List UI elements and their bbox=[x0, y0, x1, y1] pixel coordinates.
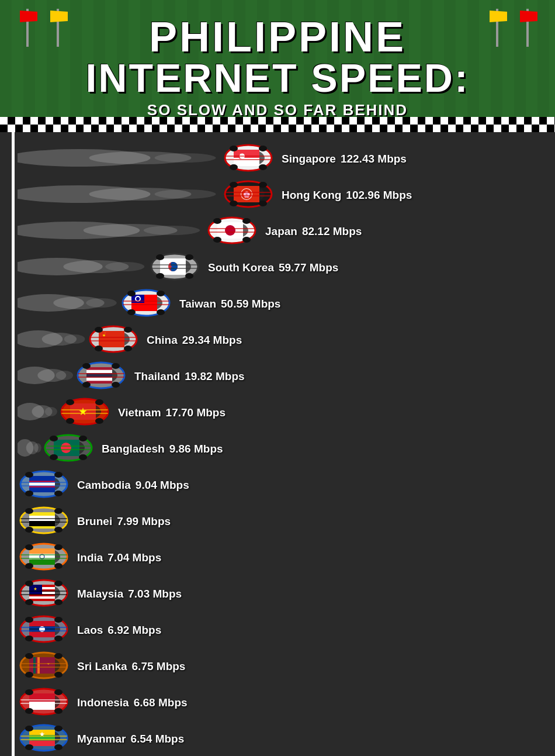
car-cambodia bbox=[18, 469, 70, 502]
svg-point-173 bbox=[25, 599, 33, 605]
country-speed-laos: 6.92 Mbps bbox=[107, 624, 161, 637]
country-name-china: China bbox=[147, 334, 178, 347]
svg-point-40 bbox=[213, 218, 221, 224]
svg-rect-77 bbox=[99, 331, 124, 347]
svg-point-29 bbox=[230, 201, 238, 206]
country-info-taiwan: Taiwan50.59 Mbps bbox=[179, 298, 280, 310]
svg-point-209 bbox=[54, 708, 63, 714]
car-vietnam bbox=[58, 396, 111, 429]
svg-rect-156 bbox=[20, 558, 67, 559]
track-white-line bbox=[12, 132, 15, 756]
svg-point-112 bbox=[66, 418, 74, 424]
svg-rect-170 bbox=[20, 594, 67, 595]
car-srilanka bbox=[18, 650, 70, 683]
svg-rect-121 bbox=[45, 446, 92, 447]
svg-point-196 bbox=[25, 653, 33, 659]
country-name-cambodia: Cambodia bbox=[77, 479, 131, 492]
svg-point-13 bbox=[259, 146, 267, 151]
race-row-thailand: Thailand19.82 Mbps bbox=[18, 358, 549, 395]
svg-point-186 bbox=[54, 636, 63, 641]
svg-point-98 bbox=[112, 363, 120, 369]
svg-rect-192 bbox=[41, 657, 55, 674]
car-brunei bbox=[18, 505, 70, 538]
country-info-japan: Japan82.12 Mbps bbox=[265, 225, 362, 238]
svg-point-116 bbox=[34, 443, 41, 453]
car-bangladesh bbox=[42, 433, 95, 465]
country-speed-bangladesh: 9.86 Mbps bbox=[169, 443, 223, 455]
smoke-thailand bbox=[18, 364, 75, 389]
smoke-hongkong bbox=[18, 182, 222, 208]
country-speed-hongkong: 102.96 Mbps bbox=[346, 189, 412, 202]
country-speed-thailand: 19.82 Mbps bbox=[185, 370, 244, 383]
svg-rect-25 bbox=[225, 192, 272, 193]
svg-point-157 bbox=[25, 544, 33, 550]
svg-point-69 bbox=[157, 291, 165, 296]
smoke-bangladesh bbox=[18, 436, 42, 462]
svg-point-219 bbox=[54, 726, 63, 731]
svg-point-53 bbox=[156, 254, 164, 260]
svg-point-84 bbox=[95, 346, 103, 351]
country-name-srilanka: Sri Lanka bbox=[77, 660, 127, 673]
top-checkered-border bbox=[0, 117, 555, 132]
svg-rect-122 bbox=[45, 449, 92, 450]
svg-rect-108 bbox=[61, 409, 108, 410]
right-flags bbox=[487, 9, 537, 22]
smoke-taiwan bbox=[18, 291, 120, 317]
country-speed-southkorea: 59.77 Mbps bbox=[279, 261, 338, 274]
country-name-vietnam: Vietnam bbox=[118, 406, 161, 419]
country-info-malaysia: Malaysia7.03 Mbps bbox=[77, 588, 182, 600]
svg-point-82 bbox=[95, 327, 103, 333]
race-row-india: India7.04 Mbps bbox=[18, 540, 549, 576]
svg-rect-144 bbox=[20, 522, 67, 523]
country-name-hongkong: Hong Kong bbox=[282, 189, 341, 202]
car-taiwan bbox=[120, 288, 172, 320]
title-block: PHILIPPINE INTERNET SPEED: SO SLOW AND S… bbox=[85, 16, 469, 119]
country-name-taiwan: Taiwan bbox=[179, 298, 216, 310]
svg-point-55 bbox=[156, 273, 164, 279]
country-name-malaysia: Malaysia bbox=[77, 588, 123, 600]
country-speed-taiwan: 50.59 Mbps bbox=[221, 298, 280, 310]
svg-rect-205 bbox=[20, 703, 67, 704]
title-line1: PHILIPPINE bbox=[85, 16, 469, 58]
svg-point-206 bbox=[25, 689, 33, 695]
svg-point-159 bbox=[25, 563, 33, 569]
country-speed-vietnam: 17.70 Mbps bbox=[166, 406, 226, 419]
car-thailand bbox=[75, 360, 127, 393]
smoke-southkorea bbox=[18, 255, 148, 281]
svg-rect-11 bbox=[225, 159, 272, 160]
svg-point-145 bbox=[25, 508, 33, 514]
race-row-bangladesh: Bangladesh9.86 Mbps bbox=[18, 431, 549, 467]
svg-point-220 bbox=[25, 744, 33, 750]
country-info-india: India7.04 Mbps bbox=[77, 551, 161, 564]
car-india bbox=[18, 541, 70, 574]
race-row-vietnam: Vietnam17.70 Mbps bbox=[18, 395, 549, 431]
country-name-indonesia: Indonesia bbox=[77, 696, 129, 709]
race-row-laos: Laos6.92 Mbps bbox=[18, 612, 549, 648]
svg-point-33 bbox=[144, 226, 200, 235]
svg-point-97 bbox=[82, 363, 91, 369]
race-row-cambodia: Cambodia9.04 Mbps bbox=[18, 467, 549, 503]
svg-point-2 bbox=[155, 153, 216, 163]
svg-rect-166 bbox=[29, 596, 55, 599]
country-name-myanmar: Myanmar bbox=[77, 733, 126, 745]
svg-point-172 bbox=[54, 581, 63, 586]
svg-point-185 bbox=[25, 636, 33, 641]
svg-rect-133 bbox=[20, 485, 67, 486]
svg-rect-155 bbox=[20, 554, 67, 555]
car-singapore bbox=[222, 143, 275, 175]
svg-rect-96 bbox=[78, 377, 124, 378]
svg-point-207 bbox=[54, 689, 63, 695]
svg-point-56 bbox=[185, 273, 193, 279]
country-info-singapore: Singapore122.43 Mbps bbox=[282, 153, 407, 165]
left-flags bbox=[18, 9, 68, 22]
svg-point-85 bbox=[124, 346, 132, 351]
svg-point-37 bbox=[225, 225, 235, 236]
race-row-taiwan: Taiwan50.59 Mbps bbox=[18, 286, 549, 322]
svg-point-148 bbox=[54, 527, 63, 533]
svg-rect-214 bbox=[29, 741, 55, 746]
race-row-brunei: Brunei7.99 Mbps bbox=[18, 503, 549, 540]
svg-point-184 bbox=[54, 617, 63, 623]
country-info-brunei: Brunei7.99 Mbps bbox=[77, 515, 171, 528]
svg-rect-195 bbox=[20, 667, 67, 668]
svg-point-199 bbox=[54, 672, 63, 678]
